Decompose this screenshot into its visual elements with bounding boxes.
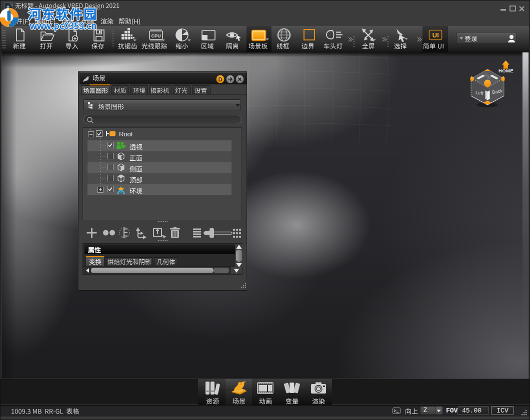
svg-text:Left: Left [475, 89, 484, 96]
svg-text:UI: UI [432, 31, 438, 39]
svg-text:D: D [218, 76, 222, 82]
svg-text:CPU: CPU [151, 33, 160, 38]
svg-text:HOME: HOME [498, 68, 514, 73]
